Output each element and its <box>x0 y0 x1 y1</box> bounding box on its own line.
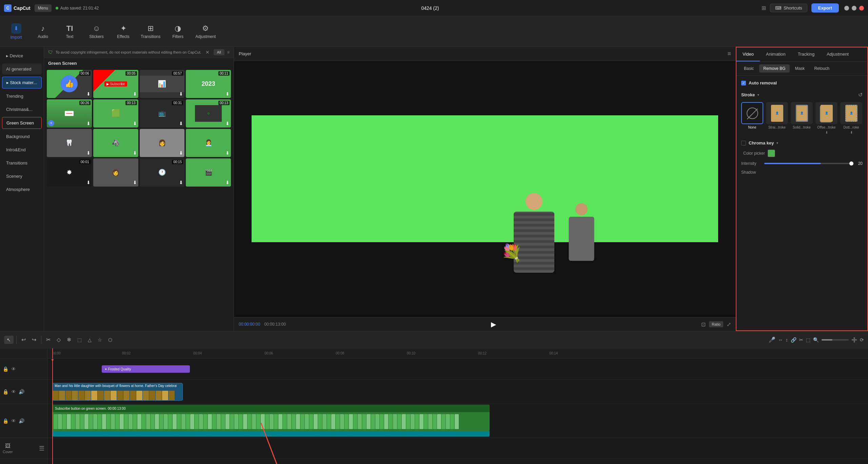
download-icon[interactable]: ⬇ <box>86 180 91 185</box>
notice-close-button[interactable]: ✕ <box>205 50 210 55</box>
stroke-option-straight[interactable]: 👤 Strai...troke <box>766 102 788 134</box>
minimize-button[interactable] <box>844 6 849 11</box>
sidebar-item-stock[interactable]: ▸ Stock mater... <box>2 77 42 89</box>
download-icon[interactable]: ⬇ <box>225 150 230 156</box>
sub-tab-retouch[interactable]: Retouch <box>810 64 833 73</box>
stroke-expand-icon[interactable]: ▾ <box>757 93 759 97</box>
freeze-btn[interactable]: ❄ <box>65 335 73 344</box>
fullscreen-icon[interactable]: ⊡ <box>701 321 706 328</box>
lock-icon2[interactable]: 🔒 <box>3 389 8 394</box>
sidebar-item-scenery[interactable]: Scenery <box>2 171 42 182</box>
audio-icon2[interactable]: 🔊 <box>19 389 24 394</box>
ratio-button[interactable]: Ratio <box>709 321 723 327</box>
shortcuts-button[interactable]: ⌨ Shortcuts <box>770 4 807 12</box>
tl-clip-purple[interactable]: ✦ Frosted Quality <box>102 365 190 373</box>
media-item[interactable]: ✸ 00:01 ⬇ <box>47 158 92 187</box>
tl-ctrl1[interactable]: ↔ <box>778 337 783 343</box>
media-item[interactable]: 👩‍💼 ⬇ <box>186 129 231 157</box>
media-item[interactable]: 🦷 ⬇ <box>47 129 92 157</box>
media-item[interactable]: 👩 ⬇ <box>140 129 185 157</box>
download-icon[interactable]: ⬇ <box>179 150 183 156</box>
stroke-reset-button[interactable]: ↺ <box>858 92 863 98</box>
sidebar-item-trending[interactable]: Trending <box>2 91 42 102</box>
rotate-btn[interactable]: ☆ <box>96 336 104 344</box>
sidebar-item-christmas[interactable]: Christmas&... <box>2 104 42 115</box>
filter-icon[interactable]: ≡ <box>227 50 230 55</box>
player-menu-icon[interactable]: ≡ <box>727 50 731 57</box>
media-item[interactable]: 👍 00:06 ⬇ <box>47 70 92 98</box>
select-tool[interactable]: ↖ <box>4 336 14 344</box>
toolbar-item-text[interactable]: TI Text <box>60 24 79 39</box>
toolbar-item-stickers[interactable]: ☺ Stickers <box>87 24 106 39</box>
mirror-v-btn[interactable]: △ <box>86 336 94 344</box>
crop-btn[interactable]: ⬡ <box>106 336 114 344</box>
download-icon[interactable]: ⬇ <box>86 121 91 126</box>
color-swatch[interactable] <box>768 150 775 157</box>
tab-adjustment[interactable]: Adjustment <box>821 47 855 61</box>
toolbar-item-audio[interactable]: ♪ Audio <box>34 24 52 39</box>
layout-icon[interactable]: ⊞ <box>762 5 766 11</box>
auto-removal-checkbox[interactable]: ✓ <box>741 81 746 85</box>
media-item[interactable]: 🦓 ⬇ <box>93 129 138 157</box>
sidebar-item-intro[interactable]: Intro&End <box>2 144 42 155</box>
tab-tracking[interactable]: Tracking <box>792 47 821 61</box>
eye-icon[interactable]: 👁 <box>11 366 16 372</box>
download-icon[interactable]: ⬇ <box>225 91 230 97</box>
sidebar-item-green-screen[interactable]: Green Screen <box>2 117 42 129</box>
toolbar-item-effects[interactable]: ✦ Effects <box>114 24 133 39</box>
download-icon[interactable]: ⬇ <box>225 121 230 126</box>
lock-icon[interactable]: 🔒 <box>3 366 8 372</box>
sidebar-item-atmosphere[interactable]: Atmosphere <box>2 184 42 195</box>
tl-clip-main[interactable]: Man and his little daughter with bouquet… <box>52 383 183 401</box>
sub-tab-remove-bg[interactable]: Remove BG <box>759 64 789 73</box>
media-item[interactable]: ▶ Subscribe 00:05 ⬇ <box>93 70 138 98</box>
tab-video[interactable]: Video <box>736 47 760 61</box>
tl-ctrl2[interactable]: ↕ <box>786 337 788 343</box>
sidebar-item-transitions[interactable]: Transitions <box>2 157 42 169</box>
download-icon[interactable]: ⬇ <box>179 91 183 97</box>
tl-clip-green-label[interactable]: Subscribe button on green screen. 00:00:… <box>52 405 490 412</box>
media-item[interactable]: 2023 00:11 ⬇ <box>186 70 231 98</box>
media-item[interactable]: 📊 00:57 ⬇ <box>140 70 185 98</box>
play-button[interactable]: ▶ <box>491 320 496 328</box>
sidebar-item-background[interactable]: Background <box>2 131 42 142</box>
toolbar-item-import[interactable]: ⬇ Import <box>7 23 25 40</box>
toolbar-item-filters[interactable]: ◑ Filters <box>169 24 187 39</box>
sub-tab-mask[interactable]: Mask <box>791 64 809 73</box>
media-item[interactable]: 📺 00:31 ⬇ <box>140 99 185 128</box>
add-icon[interactable]: + <box>48 120 54 126</box>
download-icon[interactable]: ⬇ <box>133 150 137 156</box>
export-button[interactable]: Export <box>811 3 839 13</box>
tl-ctrl5[interactable]: ⬚ <box>806 337 810 343</box>
zoom-in-btn[interactable]: ➕ <box>851 337 857 343</box>
mark-btn[interactable]: ◇ <box>55 335 63 344</box>
media-item[interactable]: ▫ 00:13 ⬇ <box>186 99 231 128</box>
settings-btn[interactable]: ⟳ <box>860 337 864 343</box>
download-icon[interactable]: ⬇ <box>179 180 183 185</box>
undo-btn[interactable]: ↩ <box>19 335 28 344</box>
intensity-slider-thumb[interactable] <box>849 161 853 166</box>
stroke-option-offset[interactable]: 👤 Offse...troke ⬇ <box>815 102 837 134</box>
media-item[interactable]: 🟩 00:13 ⬇ <box>93 99 138 128</box>
sub-tab-basic[interactable]: Basic <box>740 64 758 73</box>
download-icon[interactable]: ⬇ <box>179 121 183 126</box>
audio-icon3[interactable]: 🔊 <box>19 418 24 424</box>
media-item[interactable]: 🕐 00:15 ⬇ <box>140 158 185 187</box>
eye-icon2[interactable]: 👁 <box>11 389 16 394</box>
stroke-option-none[interactable]: None <box>741 102 763 134</box>
stroke-option-solid[interactable]: 👤 Solid...troke <box>791 102 813 134</box>
tl-ctrl3[interactable]: 🔗 <box>791 337 796 343</box>
mic-btn[interactable]: 🎤 <box>769 336 775 343</box>
sidebar-item-device[interactable]: ▸ Device <box>2 50 42 61</box>
sidebar-item-ai-generated[interactable]: AI generated <box>2 63 42 75</box>
menu-button[interactable]: Menu <box>35 4 52 12</box>
maximize-button[interactable] <box>852 6 856 11</box>
tl-clip-green-frames[interactable] <box>52 412 490 431</box>
all-button[interactable]: All <box>214 49 224 55</box>
download-icon[interactable]: ⬇ <box>133 180 137 185</box>
toolbar-item-adjustment[interactable]: ⚙ Adjustment <box>195 24 216 39</box>
eye-icon3[interactable]: 👁 <box>11 418 16 424</box>
stroke-option-dotted[interactable]: 👤 Dott...roke ⬇ <box>840 102 862 134</box>
download-icon[interactable]: ⬇ <box>86 150 91 156</box>
redo-btn[interactable]: ↪ <box>30 335 38 344</box>
